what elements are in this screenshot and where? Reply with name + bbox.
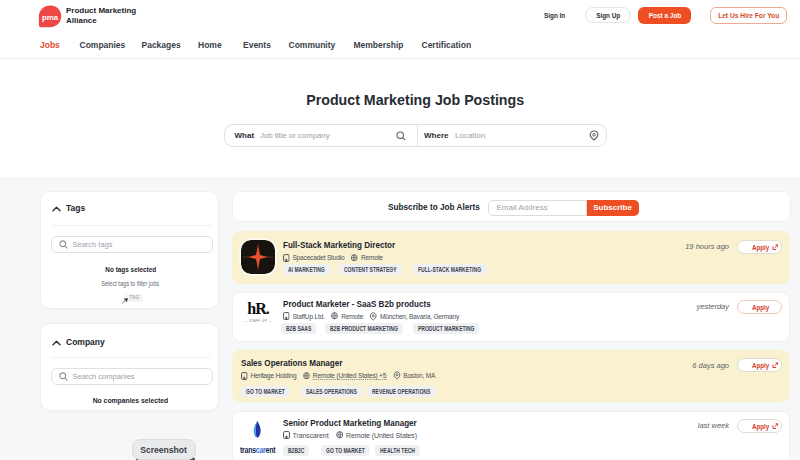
svg-text:pma: pma [41,12,58,21]
